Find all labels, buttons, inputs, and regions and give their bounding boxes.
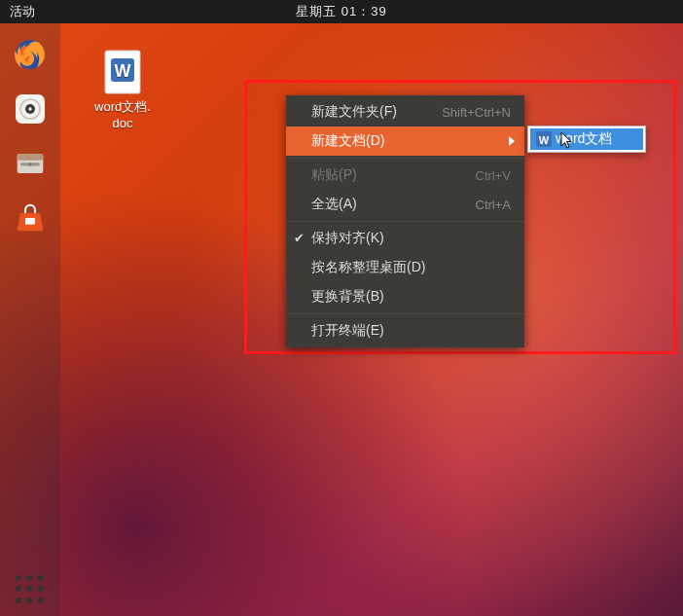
dock bbox=[0, 23, 60, 616]
new-document-submenu: W word文档 bbox=[527, 126, 646, 153]
dock-icon-software[interactable] bbox=[7, 195, 54, 241]
svg-text:W: W bbox=[115, 61, 131, 81]
submenu-arrow-icon bbox=[509, 136, 515, 146]
submenu-word-doc[interactable]: W word文档 bbox=[530, 128, 643, 150]
svg-text:W: W bbox=[539, 134, 550, 146]
dock-icon-files[interactable] bbox=[7, 140, 54, 187]
svg-point-4 bbox=[28, 107, 31, 110]
top-panel: 活动 星期五 01：39 bbox=[0, 0, 683, 23]
desktop-file-word[interactable]: W word文档. doc bbox=[84, 49, 162, 132]
menu-open-terminal[interactable]: 打开终端(E) bbox=[286, 316, 524, 345]
menu-change-background[interactable]: 更换背景(B) bbox=[286, 282, 524, 311]
show-applications-button[interactable] bbox=[16, 575, 45, 604]
submenu-item-label: word文档 bbox=[556, 130, 612, 148]
menu-select-all[interactable]: 全选(A) Ctrl+A bbox=[286, 190, 524, 219]
word-file-icon: W bbox=[84, 49, 162, 95]
svg-point-8 bbox=[28, 163, 31, 165]
menu-new-document[interactable]: 新建文档(D) bbox=[286, 127, 524, 156]
clock[interactable]: 星期五 01：39 bbox=[296, 3, 387, 20]
menu-separator bbox=[286, 313, 524, 314]
menu-organize-by-name[interactable]: 按名称整理桌面(D) bbox=[286, 253, 524, 282]
dock-icon-firefox[interactable] bbox=[7, 31, 54, 78]
dock-icon-rhythmbox[interactable] bbox=[7, 86, 54, 132]
desktop-file-label: word文档. doc bbox=[84, 99, 162, 132]
check-icon: ✔ bbox=[294, 231, 305, 245]
desktop-context-menu: 新建文件夹(F) Shift+Ctrl+N 新建文档(D) 粘贴(P) Ctrl… bbox=[286, 95, 524, 347]
svg-rect-6 bbox=[18, 154, 44, 161]
menu-new-folder[interactable]: 新建文件夹(F) Shift+Ctrl+N bbox=[286, 97, 524, 127]
menu-separator bbox=[286, 221, 524, 222]
menu-paste: 粘贴(P) Ctrl+V bbox=[286, 161, 524, 190]
word-template-icon: W bbox=[536, 131, 552, 147]
menu-separator bbox=[286, 158, 524, 159]
activities-button[interactable]: 活动 bbox=[10, 3, 35, 20]
menu-keep-aligned[interactable]: ✔ 保持对齐(K) bbox=[286, 224, 524, 253]
svg-rect-9 bbox=[25, 218, 35, 225]
